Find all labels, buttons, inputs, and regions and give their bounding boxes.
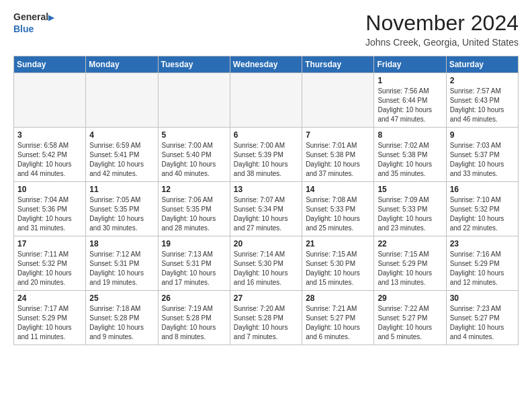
day-info: Sunrise: 7:14 AM Sunset: 5:30 PM Dayligh… bbox=[234, 250, 298, 287]
day-number: 27 bbox=[234, 293, 298, 303]
location-title: Johns Creek, Georgia, United States bbox=[365, 37, 519, 48]
calendar-cell: 18Sunrise: 7:12 AM Sunset: 5:31 PM Dayli… bbox=[86, 236, 158, 291]
day-number: 11 bbox=[89, 185, 154, 194]
day-info: Sunrise: 7:21 AM Sunset: 5:27 PM Dayligh… bbox=[306, 304, 370, 342]
calendar-cell: 17Sunrise: 7:11 AM Sunset: 5:32 PM Dayli… bbox=[14, 236, 86, 291]
day-info: Sunrise: 7:17 AM Sunset: 5:29 PM Dayligh… bbox=[17, 304, 82, 342]
day-info: Sunrise: 7:20 AM Sunset: 5:28 PM Dayligh… bbox=[234, 304, 298, 342]
weekday-header-friday: Friday bbox=[374, 56, 446, 73]
calendar-cell: 9Sunrise: 7:03 AM Sunset: 5:37 PM Daylig… bbox=[446, 128, 518, 182]
day-info: Sunrise: 7:15 AM Sunset: 5:29 PM Dayligh… bbox=[378, 250, 442, 287]
day-info: Sunrise: 7:06 AM Sunset: 5:35 PM Dayligh… bbox=[162, 195, 226, 233]
calendar-cell: 2Sunrise: 7:57 AM Sunset: 6:43 PM Daylig… bbox=[446, 73, 518, 128]
calendar-body: 1Sunrise: 7:56 AM Sunset: 6:44 PM Daylig… bbox=[14, 73, 519, 345]
day-number: 18 bbox=[89, 239, 154, 248]
day-info: Sunrise: 7:16 AM Sunset: 5:29 PM Dayligh… bbox=[450, 250, 515, 287]
page: General▶Blue November 2024 Johns Creek, … bbox=[0, 0, 532, 353]
calendar-cell: 10Sunrise: 7:04 AM Sunset: 5:36 PM Dayli… bbox=[14, 182, 86, 236]
title-block: November 2024 Johns Creek, Georgia, Unit… bbox=[365, 11, 519, 48]
day-info: Sunrise: 7:00 AM Sunset: 5:39 PM Dayligh… bbox=[234, 141, 298, 179]
calendar-cell bbox=[86, 73, 158, 128]
month-title: November 2024 bbox=[365, 11, 519, 36]
day-info: Sunrise: 7:07 AM Sunset: 5:34 PM Dayligh… bbox=[234, 195, 298, 233]
day-info: Sunrise: 7:57 AM Sunset: 6:43 PM Dayligh… bbox=[450, 87, 515, 124]
day-info: Sunrise: 7:19 AM Sunset: 5:28 PM Dayligh… bbox=[162, 304, 226, 342]
day-number: 21 bbox=[306, 239, 370, 248]
day-number: 6 bbox=[234, 130, 298, 140]
logo: General▶Blue bbox=[13, 11, 54, 35]
day-info: Sunrise: 7:03 AM Sunset: 5:37 PM Dayligh… bbox=[450, 141, 515, 179]
day-number: 20 bbox=[234, 239, 298, 248]
day-info: Sunrise: 7:00 AM Sunset: 5:40 PM Dayligh… bbox=[162, 141, 226, 179]
day-info: Sunrise: 7:08 AM Sunset: 5:33 PM Dayligh… bbox=[306, 195, 370, 233]
day-number: 23 bbox=[450, 239, 515, 248]
calendar-cell: 4Sunrise: 6:59 AM Sunset: 5:41 PM Daylig… bbox=[86, 128, 158, 182]
calendar-cell: 30Sunrise: 7:23 AM Sunset: 5:27 PM Dayli… bbox=[446, 291, 518, 345]
day-number: 16 bbox=[450, 185, 515, 194]
day-info: Sunrise: 7:13 AM Sunset: 5:31 PM Dayligh… bbox=[162, 250, 226, 287]
calendar-cell: 19Sunrise: 7:13 AM Sunset: 5:31 PM Dayli… bbox=[158, 236, 230, 291]
calendar-cell: 26Sunrise: 7:19 AM Sunset: 5:28 PM Dayli… bbox=[158, 291, 230, 345]
day-number: 25 bbox=[89, 293, 154, 303]
calendar-cell bbox=[158, 73, 230, 128]
day-number: 7 bbox=[306, 130, 370, 140]
day-number: 28 bbox=[306, 293, 370, 303]
calendar-cell: 22Sunrise: 7:15 AM Sunset: 5:29 PM Dayli… bbox=[374, 236, 446, 291]
day-number: 26 bbox=[162, 293, 226, 303]
calendar-cell: 28Sunrise: 7:21 AM Sunset: 5:27 PM Dayli… bbox=[302, 291, 374, 345]
day-number: 8 bbox=[378, 130, 442, 140]
day-number: 15 bbox=[378, 185, 442, 194]
calendar-cell: 11Sunrise: 7:05 AM Sunset: 5:35 PM Dayli… bbox=[86, 182, 158, 236]
week-row-3: 17Sunrise: 7:11 AM Sunset: 5:32 PM Dayli… bbox=[14, 236, 519, 291]
calendar-cell bbox=[230, 73, 302, 128]
day-info: Sunrise: 7:01 AM Sunset: 5:38 PM Dayligh… bbox=[306, 141, 370, 179]
day-info: Sunrise: 6:59 AM Sunset: 5:41 PM Dayligh… bbox=[89, 141, 154, 179]
calendar-cell: 8Sunrise: 7:02 AM Sunset: 5:38 PM Daylig… bbox=[374, 128, 446, 182]
day-info: Sunrise: 7:10 AM Sunset: 5:32 PM Dayligh… bbox=[450, 195, 515, 233]
calendar-cell: 3Sunrise: 6:58 AM Sunset: 5:42 PM Daylig… bbox=[14, 128, 86, 182]
day-number: 9 bbox=[450, 130, 515, 140]
calendar-cell: 16Sunrise: 7:10 AM Sunset: 5:32 PM Dayli… bbox=[446, 182, 518, 236]
calendar-cell: 5Sunrise: 7:00 AM Sunset: 5:40 PM Daylig… bbox=[158, 128, 230, 182]
day-info: Sunrise: 7:18 AM Sunset: 5:28 PM Dayligh… bbox=[89, 304, 154, 342]
calendar-cell: 29Sunrise: 7:22 AM Sunset: 5:27 PM Dayli… bbox=[374, 291, 446, 345]
calendar-cell: 1Sunrise: 7:56 AM Sunset: 6:44 PM Daylig… bbox=[374, 73, 446, 128]
weekday-header-wednesday: Wednesday bbox=[230, 56, 302, 73]
weekday-header-saturday: Saturday bbox=[446, 56, 518, 73]
calendar-cell: 7Sunrise: 7:01 AM Sunset: 5:38 PM Daylig… bbox=[302, 128, 374, 182]
day-number: 24 bbox=[17, 293, 82, 303]
calendar-cell: 13Sunrise: 7:07 AM Sunset: 5:34 PM Dayli… bbox=[230, 182, 302, 236]
header: General▶Blue November 2024 Johns Creek, … bbox=[13, 11, 519, 48]
day-info: Sunrise: 6:58 AM Sunset: 5:42 PM Dayligh… bbox=[17, 141, 82, 179]
calendar-cell: 15Sunrise: 7:09 AM Sunset: 5:33 PM Dayli… bbox=[374, 182, 446, 236]
week-row-2: 10Sunrise: 7:04 AM Sunset: 5:36 PM Dayli… bbox=[14, 182, 519, 236]
day-info: Sunrise: 7:15 AM Sunset: 5:30 PM Dayligh… bbox=[306, 250, 370, 287]
day-number: 3 bbox=[17, 130, 82, 140]
weekday-header-tuesday: Tuesday bbox=[158, 56, 230, 73]
day-number: 19 bbox=[162, 239, 226, 248]
day-info: Sunrise: 7:02 AM Sunset: 5:38 PM Dayligh… bbox=[378, 141, 442, 179]
day-number: 4 bbox=[89, 130, 154, 140]
day-info: Sunrise: 7:04 AM Sunset: 5:36 PM Dayligh… bbox=[17, 195, 82, 233]
day-number: 5 bbox=[162, 130, 226, 140]
week-row-0: 1Sunrise: 7:56 AM Sunset: 6:44 PM Daylig… bbox=[14, 73, 519, 128]
calendar-cell: 14Sunrise: 7:08 AM Sunset: 5:33 PM Dayli… bbox=[302, 182, 374, 236]
calendar-cell: 6Sunrise: 7:00 AM Sunset: 5:39 PM Daylig… bbox=[230, 128, 302, 182]
day-number: 30 bbox=[450, 293, 515, 303]
day-number: 14 bbox=[306, 185, 370, 194]
day-info: Sunrise: 7:05 AM Sunset: 5:35 PM Dayligh… bbox=[89, 195, 154, 233]
calendar-cell: 27Sunrise: 7:20 AM Sunset: 5:28 PM Dayli… bbox=[230, 291, 302, 345]
day-number: 1 bbox=[378, 76, 442, 85]
calendar: SundayMondayTuesdayWednesdayThursdayFrid… bbox=[13, 56, 519, 345]
day-info: Sunrise: 7:56 AM Sunset: 6:44 PM Dayligh… bbox=[378, 87, 442, 124]
day-info: Sunrise: 7:09 AM Sunset: 5:33 PM Dayligh… bbox=[378, 195, 442, 233]
day-number: 2 bbox=[450, 76, 515, 85]
calendar-cell: 23Sunrise: 7:16 AM Sunset: 5:29 PM Dayli… bbox=[446, 236, 518, 291]
day-number: 13 bbox=[234, 185, 298, 194]
calendar-cell bbox=[14, 73, 86, 128]
day-info: Sunrise: 7:11 AM Sunset: 5:32 PM Dayligh… bbox=[17, 250, 82, 287]
day-number: 10 bbox=[17, 185, 82, 194]
day-number: 29 bbox=[378, 293, 442, 303]
day-number: 12 bbox=[162, 185, 226, 194]
calendar-cell: 12Sunrise: 7:06 AM Sunset: 5:35 PM Dayli… bbox=[158, 182, 230, 236]
